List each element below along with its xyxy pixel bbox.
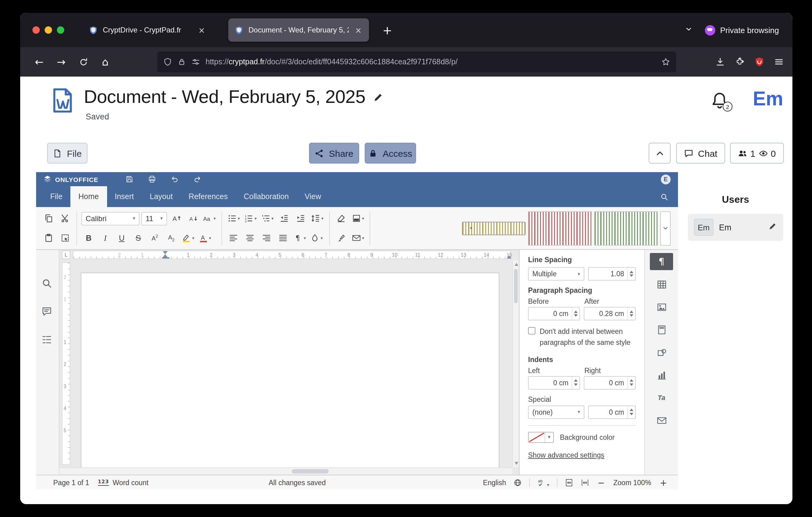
advanced-settings-link[interactable]: Show advanced settings (528, 451, 604, 459)
special-spinner[interactable]: 0 cm (588, 405, 636, 419)
fit-page-button[interactable] (564, 478, 573, 487)
traffic-light-zoom[interactable] (57, 26, 64, 34)
comments-button[interactable] (41, 306, 54, 319)
font-size-select[interactable]: 11 (141, 212, 167, 225)
tab-close-button[interactable]: × (354, 25, 363, 35)
shading-button[interactable] (309, 230, 324, 245)
mail-merge-settings-tab[interactable] (650, 412, 673, 429)
bullet-list-button[interactable] (226, 211, 241, 226)
select-all-button[interactable] (58, 230, 72, 245)
clear-style-button[interactable] (334, 211, 348, 226)
file-menu-button[interactable]: File (47, 143, 87, 164)
text-art-settings-tab[interactable]: Ta (650, 389, 673, 406)
spinner-arrows[interactable] (627, 268, 635, 280)
image-settings-tab[interactable] (650, 298, 673, 316)
fit-width-button[interactable] (580, 478, 589, 487)
find-button[interactable] (41, 278, 54, 290)
style-preview-3[interactable] (594, 211, 658, 245)
menu-tab-collaboration[interactable]: Collaboration (236, 186, 296, 207)
tab-cryptdrive[interactable]: CryptDrive - CryptPad.fr × (83, 18, 212, 42)
back-button[interactable]: ← (30, 53, 48, 71)
left-indent-marker[interactable] (163, 254, 168, 257)
header-footer-settings-tab[interactable] (650, 321, 673, 338)
align-center-button[interactable] (242, 230, 257, 245)
edit-title-pencil-icon[interactable] (373, 91, 384, 102)
highlight-color-button[interactable] (180, 230, 196, 245)
url-bar[interactable]: https://cryptpad.fr/doc/#/3/doc/edit/ff0… (157, 51, 676, 72)
shape-settings-tab[interactable] (650, 344, 673, 361)
new-tab-button[interactable]: + (379, 23, 396, 37)
tracking-shield-icon[interactable] (164, 58, 172, 66)
superscript-button[interactable]: A2 (147, 230, 162, 245)
spacing-after-spinner[interactable]: 0.28 cm (584, 307, 636, 320)
decrease-indent-button[interactable] (277, 211, 291, 226)
table-settings-tab[interactable] (650, 276, 673, 293)
indent-left-spinner[interactable]: 0 cm (528, 376, 580, 389)
menu-tab-home[interactable]: Home (70, 186, 107, 207)
spinner-arrows[interactable] (627, 307, 635, 320)
subscript-button[interactable]: A2 (164, 230, 179, 245)
language-button[interactable]: English (483, 479, 506, 486)
style-gallery-dropdown-button[interactable] (660, 211, 671, 245)
strikethrough-button[interactable]: S (131, 230, 146, 245)
copy-style-button[interactable] (334, 230, 348, 245)
left-indent-handle[interactable] (162, 257, 169, 258)
line-spacing-button[interactable] (310, 211, 325, 226)
spacing-before-spinner[interactable]: 0 cm (528, 307, 580, 320)
notifications-button[interactable]: 2 (710, 91, 729, 110)
undo-button[interactable] (170, 175, 178, 183)
vertical-ruler[interactable]: 2112345 (62, 262, 70, 465)
menu-tab-view[interactable]: View (297, 186, 329, 207)
underline-button[interactable]: U (114, 230, 129, 245)
traffic-light-minimize[interactable] (45, 26, 52, 34)
paste-button[interactable] (41, 230, 56, 245)
align-left-button[interactable] (226, 230, 241, 245)
bookmark-star-button[interactable] (662, 58, 670, 66)
align-justify-button[interactable] (276, 230, 290, 245)
multilevel-list-button[interactable] (260, 211, 275, 226)
session-users-button[interactable]: 1 0 (730, 143, 784, 164)
spinner-arrows[interactable] (627, 376, 635, 389)
decrease-font-button[interactable]: A (185, 211, 200, 226)
chart-settings-tab[interactable] (650, 366, 673, 383)
share-button[interactable]: Share (309, 143, 359, 164)
mail-merge-button[interactable] (350, 230, 365, 245)
interval-checkbox[interactable] (528, 327, 535, 334)
italic-button[interactable]: I (98, 230, 113, 245)
menu-tab-layout[interactable]: Layout (142, 186, 181, 207)
cut-button[interactable] (58, 211, 72, 226)
extensions-button[interactable] (735, 57, 745, 67)
download-button[interactable] (715, 57, 725, 67)
chat-button[interactable]: Chat (676, 143, 725, 164)
align-right-button[interactable] (259, 230, 274, 245)
tab-document[interactable]: Document - Wed, February 5, 2025 × (228, 18, 369, 42)
page-count-button[interactable]: Page 1 of 1 (53, 479, 89, 486)
spinner-arrows[interactable] (572, 307, 579, 320)
document-page[interactable] (81, 273, 499, 475)
vertical-scroll-thumb[interactable] (514, 269, 518, 303)
tab-stop-selector[interactable]: L (62, 250, 70, 259)
spinner-arrows[interactable] (627, 406, 635, 418)
vertical-scrollbar[interactable] (512, 260, 519, 467)
editor-search-button[interactable] (660, 186, 668, 207)
collapse-toolbar-button[interactable] (648, 143, 671, 164)
edit-user-button[interactable] (768, 222, 777, 233)
increase-indent-button[interactable] (293, 211, 308, 226)
scroll-down-button[interactable] (515, 462, 518, 465)
font-name-select[interactable]: Calibri (81, 212, 140, 225)
copy-button[interactable] (41, 211, 56, 226)
scroll-up-button[interactable] (515, 263, 518, 266)
traffic-light-close[interactable] (32, 26, 40, 34)
bold-button[interactable]: B (81, 230, 96, 245)
font-color-button[interactable]: A (197, 230, 212, 245)
background-color-button[interactable] (528, 432, 554, 442)
tab-close-button[interactable]: × (197, 25, 206, 35)
style-preview-2[interactable] (528, 211, 592, 245)
word-count-button[interactable]: 123 Word count (98, 479, 149, 486)
reload-button[interactable] (74, 53, 92, 71)
redo-button[interactable] (193, 175, 201, 183)
lock-icon[interactable] (177, 58, 186, 66)
forward-button[interactable]: → (52, 53, 70, 71)
globe-icon[interactable] (513, 478, 522, 487)
access-button[interactable]: Access (365, 143, 416, 164)
